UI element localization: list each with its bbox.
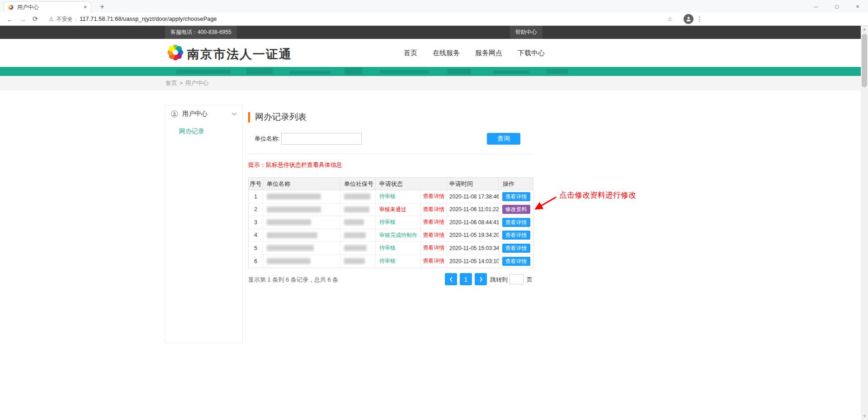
- redacted-block: [267, 207, 321, 212]
- modify-data-button[interactable]: 修改资料: [502, 205, 530, 214]
- view-detail-link[interactable]: 查看详情: [423, 193, 445, 200]
- redacted-block: [267, 258, 311, 264]
- view-detail-link[interactable]: 查看详情: [423, 218, 445, 226]
- minimize-icon[interactable]: —: [806, 0, 826, 13]
- chevron-left-icon: [449, 277, 453, 282]
- company-name-redacted: [263, 229, 340, 242]
- bookmark-star-icon[interactable]: ☆: [667, 15, 673, 23]
- search-row: 单位名称: 查询: [248, 133, 533, 145]
- query-button[interactable]: 查询: [487, 133, 520, 145]
- records-table: 序号 单位名称 单位社保号 申请状态 申请时间 操作 1待审核查看详情2020-…: [248, 177, 533, 268]
- nav-item-online-service[interactable]: 在线服务: [433, 49, 460, 57]
- ssn-redacted: [340, 216, 376, 229]
- company-name-redacted: [263, 255, 340, 268]
- status-text: 待审核: [379, 218, 396, 226]
- scroll-up-icon[interactable]: ▲: [861, 26, 868, 33]
- sidebar-item-online-records[interactable]: 网办记录: [165, 125, 242, 137]
- refresh-icon[interactable]: ⟳: [29, 15, 42, 23]
- page-title: 网办记录列表: [255, 111, 307, 123]
- company-name-redacted: [263, 242, 340, 255]
- back-icon[interactable]: ←: [4, 15, 16, 23]
- browser-menu-icon[interactable]: ⋮: [693, 15, 705, 23]
- view-detail-button[interactable]: 查看详情: [502, 244, 530, 253]
- tab-strip: 用户中心 ✕ + — ▢ ✕: [0, 0, 868, 13]
- nav-item-home[interactable]: 首页: [404, 49, 417, 57]
- sidebar-title: 用户中心: [182, 110, 227, 118]
- scroll-down-icon[interactable]: ▼: [861, 413, 868, 420]
- divider: [248, 154, 533, 154]
- detail-cell: 查看详情: [421, 203, 447, 216]
- nav-item-service-outlets[interactable]: 服务网点: [475, 49, 502, 57]
- view-detail-link[interactable]: 查看详情: [423, 231, 445, 239]
- maximize-icon[interactable]: ▢: [826, 0, 847, 13]
- annotation-text: 点击修改资料进行修改: [559, 190, 636, 200]
- action-cell: 查看详情: [499, 255, 533, 268]
- table-row: 5待审核查看详情2020-11-05 15:03:34查看详情: [249, 242, 533, 255]
- header-ssn: 单位社保号: [340, 178, 376, 190]
- view-detail-link[interactable]: 查看详情: [423, 244, 445, 252]
- action-cell: 修改资料: [499, 203, 533, 216]
- nav-item-download-center[interactable]: 下载中心: [518, 49, 545, 57]
- help-center-link[interactable]: 帮助中心: [510, 26, 542, 39]
- view-detail-link[interactable]: 查看详情: [423, 206, 445, 213]
- title-accent-bar: [248, 112, 250, 123]
- table-header: 序号 单位名称 单位社保号 申请状态 申请时间 操作: [249, 178, 533, 190]
- company-name-redacted: [263, 216, 340, 229]
- table-row: 3待审核查看详情2020-11-06 08:44:41查看详情: [249, 216, 533, 229]
- view-detail-button[interactable]: 查看详情: [502, 231, 530, 240]
- status-text: 审核完成待制作: [379, 231, 417, 239]
- browser-tab[interactable]: 用户中心 ✕: [4, 1, 91, 13]
- view-detail-link[interactable]: 查看详情: [423, 257, 445, 265]
- prev-page-button[interactable]: [445, 273, 457, 285]
- apply-time: 2020-11-06 11:01:22: [447, 203, 499, 216]
- jump-page-input[interactable]: [509, 274, 524, 284]
- new-tab-button[interactable]: +: [97, 2, 108, 13]
- list-title-row: 网办记录列表: [248, 111, 307, 123]
- address-bar[interactable]: ⚠ 不安全 | 117.71.58.71:68/uassp_njyzt/door…: [44, 14, 677, 24]
- detail-cell: 查看详情: [421, 190, 447, 203]
- security-label: 不安全: [57, 15, 73, 23]
- view-detail-button[interactable]: 查看详情: [502, 257, 530, 266]
- view-detail-button[interactable]: 查看详情: [502, 218, 530, 227]
- apply-time: 2020-11-05 14:03:10: [447, 255, 499, 268]
- row-index: 1: [249, 190, 263, 203]
- jump-label: 跳转到: [490, 276, 508, 284]
- main-nav: 首页 在线服务 服务网点 下载中心: [404, 39, 545, 67]
- forward-icon[interactable]: →: [16, 15, 29, 23]
- header-status: 申请状态: [376, 178, 447, 190]
- tab-close-icon[interactable]: ✕: [84, 5, 87, 9]
- banner-strip: [0, 67, 861, 76]
- chevron-right-icon: [479, 277, 483, 282]
- favicon-icon: [8, 4, 14, 10]
- tab-title: 用户中心: [17, 4, 80, 11]
- row-index: 6: [249, 255, 263, 268]
- breadcrumb: 首页>用户中心: [165, 76, 209, 90]
- window-close-icon[interactable]: ✕: [847, 0, 868, 13]
- status-cell: 待审核: [376, 242, 421, 255]
- sidebar-header[interactable]: 用户中心: [165, 105, 242, 123]
- next-page-button[interactable]: [475, 273, 487, 285]
- company-name-redacted: [263, 190, 340, 203]
- header-action: 操作: [499, 178, 533, 190]
- action-cell: 查看详情: [499, 190, 533, 203]
- header-time: 申请时间: [447, 178, 499, 190]
- profile-avatar-icon[interactable]: [684, 14, 693, 24]
- status-cell: 待审核: [376, 190, 421, 203]
- redacted-block: [344, 232, 366, 238]
- window-controls: — ▢ ✕: [806, 0, 868, 13]
- breadcrumb-home[interactable]: 首页: [165, 80, 177, 86]
- page-number-button[interactable]: 1: [460, 273, 472, 285]
- jump-unit: 页: [527, 276, 533, 284]
- table-row: 2审核未通过查看详情2020-11-06 11:01:22修改资料: [249, 203, 533, 217]
- user-circle-icon: [171, 110, 178, 118]
- table-row: 6待审核查看详情2020-11-05 14:03:10查看详情: [249, 255, 533, 268]
- row-index: 3: [249, 216, 263, 229]
- detail-cell: 查看详情: [421, 229, 447, 242]
- company-name-input[interactable]: [281, 133, 362, 145]
- header-index: 序号: [249, 178, 263, 190]
- status-text: 待审核: [379, 244, 396, 252]
- company-name-redacted: [263, 203, 340, 216]
- page-scrollbar[interactable]: ▲ ▼: [861, 26, 868, 420]
- scrollbar-thumb[interactable]: [862, 34, 867, 87]
- view-detail-button[interactable]: 查看详情: [502, 192, 530, 201]
